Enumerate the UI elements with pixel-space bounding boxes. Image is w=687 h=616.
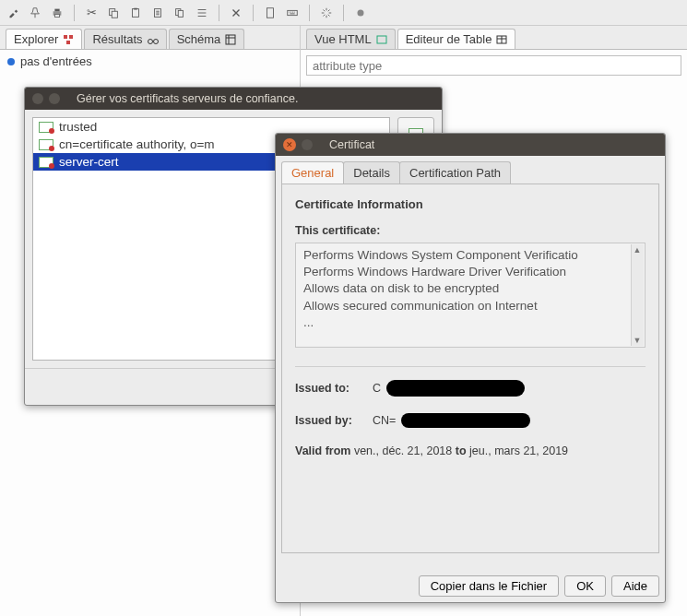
- tab-results[interactable]: Résultats: [84, 29, 166, 49]
- tab-explorer[interactable]: Explorer: [6, 29, 82, 49]
- keyboard-icon[interactable]: [285, 6, 300, 20]
- right-tabstrip: Vue HTML Editeur de Table: [301, 26, 687, 50]
- certificate-dialog: ✕ Certificat General Details Certificati…: [275, 133, 666, 603]
- delete-icon[interactable]: [229, 6, 243, 20]
- svg-rect-13: [64, 35, 67, 39]
- cert-label: server-cert: [59, 155, 119, 169]
- certificate-purposes-box[interactable]: Performs Windows System Component Verifi…: [295, 243, 646, 348]
- valid-from-label: Valid from: [295, 444, 350, 457]
- copy-to-file-button[interactable]: Copier dans le Fichier: [419, 575, 559, 597]
- cut-icon[interactable]: ✂: [84, 6, 99, 20]
- svg-rect-6: [134, 7, 137, 9]
- svg-rect-1: [54, 8, 59, 11]
- tree-label: pas d'entrées: [20, 54, 92, 68]
- html-icon: [376, 34, 387, 45]
- clipboard-icon[interactable]: [150, 6, 165, 20]
- close-icon[interactable]: ✕: [283, 138, 296, 151]
- tab-details[interactable]: Details: [343, 161, 400, 184]
- push-pin-icon[interactable]: [28, 6, 42, 20]
- valid-to-date: jeu., mars 21, 2019: [469, 444, 568, 457]
- certificate-icon: [39, 139, 53, 150]
- sparkle-icon[interactable]: [319, 6, 334, 20]
- issued-to-row: Issued to: C: [295, 380, 646, 397]
- cert-info-heading: Certificate Information: [295, 197, 646, 211]
- window-button-icon[interactable]: [302, 139, 313, 150]
- dialog-titlebar[interactable]: Gérer vos certificats serveurs de confia…: [25, 88, 442, 110]
- cert-tabstrip: General Details Certification Path: [281, 161, 659, 184]
- purpose-line: Allows data on disk to be encrypted: [303, 280, 637, 297]
- tab-schema[interactable]: Schéma: [169, 29, 245, 49]
- record-icon[interactable]: [353, 6, 368, 20]
- svg-rect-5: [133, 8, 139, 17]
- dialog-titlebar[interactable]: ✕ Certificat: [276, 134, 665, 156]
- tab-certification-path[interactable]: Certification Path: [399, 161, 511, 184]
- issued-to-label: Issued to:: [295, 382, 367, 395]
- svg-point-17: [153, 39, 158, 43]
- issued-by-label: Issued by:: [295, 414, 367, 427]
- ok-button[interactable]: OK: [564, 575, 606, 597]
- svg-rect-18: [226, 35, 235, 44]
- general-panel: Certificate Information This certificate…: [281, 184, 659, 553]
- list-icon[interactable]: [195, 6, 209, 20]
- tab-table-editor[interactable]: Editeur de Table: [397, 29, 516, 49]
- tab-label: Vue HTML: [314, 32, 372, 46]
- window-button-icon[interactable]: [32, 93, 43, 104]
- table-icon: [496, 34, 507, 45]
- help-button[interactable]: Aide: [611, 575, 659, 597]
- svg-point-12: [358, 9, 364, 16]
- main-toolbar: ✂: [0, 0, 687, 26]
- dialog-title: Gérer vos certificats serveurs de confia…: [77, 92, 298, 105]
- schema-icon: [225, 34, 236, 45]
- svg-rect-4: [112, 11, 117, 18]
- valid-to-label: to: [456, 444, 467, 457]
- svg-rect-14: [69, 35, 73, 39]
- purpose-line: Performs Windows System Component Verifi…: [303, 247, 637, 264]
- plug-icon[interactable]: [6, 6, 20, 20]
- purpose-line: ...: [303, 314, 637, 331]
- certificate-icon: [39, 157, 53, 168]
- svg-point-16: [148, 39, 152, 43]
- issued-by-row: Issued by: CN=: [295, 413, 646, 428]
- certificate-icon: [39, 122, 53, 133]
- tab-general[interactable]: General: [281, 161, 344, 184]
- this-certificate-label: This certificate:: [295, 224, 646, 237]
- tree-no-entries: pas d'entrées: [7, 53, 292, 69]
- tab-vue-html[interactable]: Vue HTML: [306, 29, 396, 49]
- cert-dialog-footer: Copier dans le Fichier OK Aide: [419, 575, 659, 597]
- cert-label: cn=certificate authority, o=m: [59, 137, 215, 151]
- svg-rect-15: [66, 41, 70, 44]
- svg-rect-10: [267, 7, 274, 18]
- attribute-type-input[interactable]: [306, 55, 681, 76]
- valid-from-date: ven., déc. 21, 2018: [354, 444, 452, 457]
- scroll-up-icon[interactable]: ▲: [633, 244, 642, 255]
- purpose-line: Performs Windows Hardware Driver Verific…: [303, 264, 637, 280]
- binoculars-icon: [148, 34, 159, 45]
- window-button-icon[interactable]: [49, 93, 60, 104]
- svg-rect-11: [288, 10, 298, 15]
- dialog-title: Certificat: [329, 138, 374, 151]
- divider: [295, 366, 646, 367]
- purpose-line: Allows secured communication on Internet: [303, 298, 637, 314]
- tab-label: Résultats: [92, 32, 142, 46]
- explorer-icon: [63, 34, 74, 45]
- paste-icon[interactable]: [128, 6, 143, 20]
- validity-row: Valid from ven., déc. 21, 2018 to jeu., …: [295, 444, 646, 457]
- copy-icon[interactable]: [106, 6, 121, 20]
- scrollbar[interactable]: ▲ ▼: [631, 244, 644, 346]
- issued-by-prefix: CN=: [373, 414, 396, 427]
- svg-rect-19: [377, 36, 386, 43]
- cert-label: trusted: [59, 120, 97, 134]
- scroll-down-icon[interactable]: ▼: [633, 335, 642, 346]
- svg-rect-2: [54, 14, 59, 17]
- redacted-value: [386, 380, 525, 397]
- left-tabstrip: Explorer Résultats Schéma: [0, 26, 300, 50]
- svg-rect-9: [178, 10, 183, 17]
- tab-label: Explorer: [14, 32, 58, 46]
- bullet-icon: [7, 58, 15, 65]
- redacted-value: [401, 413, 530, 428]
- files-icon[interactable]: [172, 6, 187, 20]
- new-doc-icon[interactable]: [263, 6, 278, 20]
- printer-icon[interactable]: [50, 6, 65, 20]
- tab-label: Editeur de Table: [406, 32, 492, 46]
- tab-label: Schéma: [177, 32, 221, 46]
